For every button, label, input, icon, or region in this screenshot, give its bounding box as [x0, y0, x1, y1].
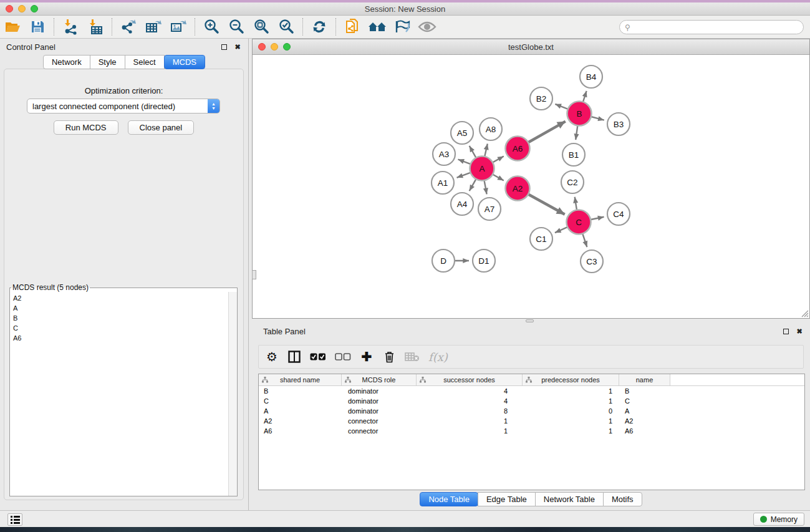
panel-divider-grip[interactable]: [252, 270, 256, 279]
tab-style[interactable]: Style: [90, 55, 125, 69]
tab-network[interactable]: Network: [43, 55, 90, 69]
tab-edge-table[interactable]: Edge Table: [478, 492, 536, 506]
table-row[interactable]: Cdominator41C: [259, 396, 804, 406]
graph-node-B[interactable]: B: [567, 102, 592, 126]
graph-node-D[interactable]: D: [432, 249, 455, 272]
network-canvas[interactable]: AA1A2A3A4A5A6A7A8BB1B2B3B4CC1C2C3C4DD1: [253, 56, 809, 318]
graph-node-C4[interactable]: C4: [607, 203, 630, 225]
split-pane-grip[interactable]: [526, 319, 534, 322]
graph-node-D1[interactable]: D1: [473, 249, 495, 272]
table-cell[interactable]: 1: [523, 426, 619, 436]
graph-node-A7[interactable]: A7: [478, 198, 501, 220]
close-panel-icon[interactable]: ✖: [233, 42, 242, 51]
graph-node-C3[interactable]: C3: [581, 250, 603, 273]
float-panel-icon[interactable]: [219, 42, 228, 51]
apply-layout-icon[interactable]: [310, 17, 329, 36]
graph-node-C1[interactable]: C1: [530, 228, 552, 250]
table-cell[interactable]: A6: [619, 426, 670, 436]
export-image-icon[interactable]: [169, 17, 188, 36]
table-cell[interactable]: connector: [342, 416, 417, 426]
graph-node-A2[interactable]: A2: [506, 177, 530, 201]
table-cell[interactable]: dominator: [342, 386, 417, 396]
graph-node-A6[interactable]: A6: [506, 137, 530, 161]
graph-node-A8[interactable]: A8: [480, 118, 502, 140]
table-options-gear-icon[interactable]: ⚙: [265, 349, 279, 364]
table-cell[interactable]: dominator: [342, 406, 417, 416]
table-cell[interactable]: A2: [259, 416, 342, 426]
graph-node-B3[interactable]: B3: [607, 113, 630, 135]
table-cell[interactable]: 8: [417, 406, 523, 416]
zoom-in-icon[interactable]: [202, 17, 221, 36]
graph-node-C2[interactable]: C2: [561, 171, 584, 193]
table-cell[interactable]: 4: [417, 386, 523, 396]
run-mcds-button[interactable]: Run MCDS: [54, 120, 118, 135]
tab-node-table[interactable]: Node Table: [420, 492, 478, 506]
export-network-icon[interactable]: [119, 17, 138, 36]
column-browser-icon[interactable]: [287, 349, 301, 364]
table-cell[interactable]: 1: [417, 416, 523, 426]
delete-columns-icon[interactable]: [382, 349, 396, 364]
first-neighbors-icon[interactable]: [368, 17, 387, 36]
show-all-icon[interactable]: [418, 17, 436, 36]
table-cell[interactable]: B: [259, 386, 342, 396]
table-row[interactable]: A2connector11A2: [259, 416, 804, 426]
select-all-columns-icon[interactable]: [310, 349, 326, 364]
float-table-panel-icon[interactable]: [781, 327, 790, 336]
table-cell[interactable]: A: [259, 406, 342, 416]
save-session-icon[interactable]: [28, 17, 47, 36]
criterion-dropdown[interactable]: largest connected component (directed) ▲…: [27, 99, 220, 114]
column-header-shared-name[interactable]: shared name: [259, 374, 342, 385]
table-cell[interactable]: dominator: [342, 396, 417, 406]
export-table-icon[interactable]: [144, 17, 163, 36]
mcds-result-list[interactable]: A2ABCA6: [10, 292, 228, 496]
table-cell[interactable]: B: [619, 386, 670, 396]
task-history-button[interactable]: [7, 513, 22, 526]
column-header-successor-nodes[interactable]: successor nodes: [417, 374, 523, 385]
tab-motifs[interactable]: Motifs: [603, 492, 642, 506]
table-cell[interactable]: connector: [342, 426, 417, 436]
unselect-all-columns-icon[interactable]: [335, 349, 351, 364]
column-header-predecessor-nodes[interactable]: predecessor nodes: [523, 374, 619, 385]
hide-selected-icon[interactable]: [393, 17, 412, 36]
table-cell[interactable]: A2: [619, 416, 670, 426]
zoom-fit-icon[interactable]: [252, 17, 271, 36]
table-cell[interactable]: C: [619, 396, 670, 406]
memory-button[interactable]: Memory: [753, 513, 804, 526]
result-item[interactable]: A2: [13, 293, 228, 303]
table-cell[interactable]: 1: [523, 386, 619, 396]
result-scrollbar[interactable]: [228, 292, 237, 496]
result-item[interactable]: C: [13, 323, 228, 333]
graph-node-A[interactable]: A: [470, 157, 494, 181]
open-file-icon[interactable]: [3, 17, 22, 36]
new-network-from-selection-icon[interactable]: [343, 17, 362, 36]
table-cell[interactable]: 1: [523, 396, 619, 406]
table-row[interactable]: Bdominator41B: [259, 386, 804, 396]
table-row[interactable]: A6connector11A6: [259, 426, 804, 436]
result-item[interactable]: B: [13, 313, 228, 323]
table-cell[interactable]: 4: [417, 396, 523, 406]
graph-node-B2[interactable]: B2: [530, 87, 552, 110]
table-cell[interactable]: 1: [523, 416, 619, 426]
table-cell[interactable]: A: [619, 406, 670, 416]
result-item[interactable]: A6: [13, 333, 228, 343]
column-header-mcds-role[interactable]: MCDS role: [342, 374, 417, 385]
table-cell[interactable]: C: [259, 396, 342, 406]
zoom-selected-icon[interactable]: [277, 17, 296, 36]
window-resize-grip[interactable]: [800, 309, 809, 317]
graph-node-A3[interactable]: A3: [433, 143, 455, 165]
import-table-icon[interactable]: [86, 17, 105, 36]
graph-node-B1[interactable]: B1: [562, 143, 585, 166]
graph-node-A5[interactable]: A5: [451, 122, 473, 144]
import-network-icon[interactable]: [61, 17, 80, 36]
graph-node-A4[interactable]: A4: [451, 193, 473, 215]
close-table-panel-icon[interactable]: ✖: [795, 327, 804, 336]
tab-mcds[interactable]: MCDS: [164, 55, 205, 69]
search-input[interactable]: [630, 23, 803, 32]
network-window-titlebar[interactable]: testGlobe.txt: [253, 39, 809, 55]
graph-node-C[interactable]: C: [567, 210, 591, 235]
tab-network-table[interactable]: Network Table: [535, 492, 604, 506]
close-panel-button[interactable]: Close panel: [128, 120, 195, 135]
create-new-column-icon[interactable]: ✚: [360, 349, 374, 364]
table-cell[interactable]: 0: [523, 406, 619, 416]
column-header-name[interactable]: name: [619, 374, 670, 385]
